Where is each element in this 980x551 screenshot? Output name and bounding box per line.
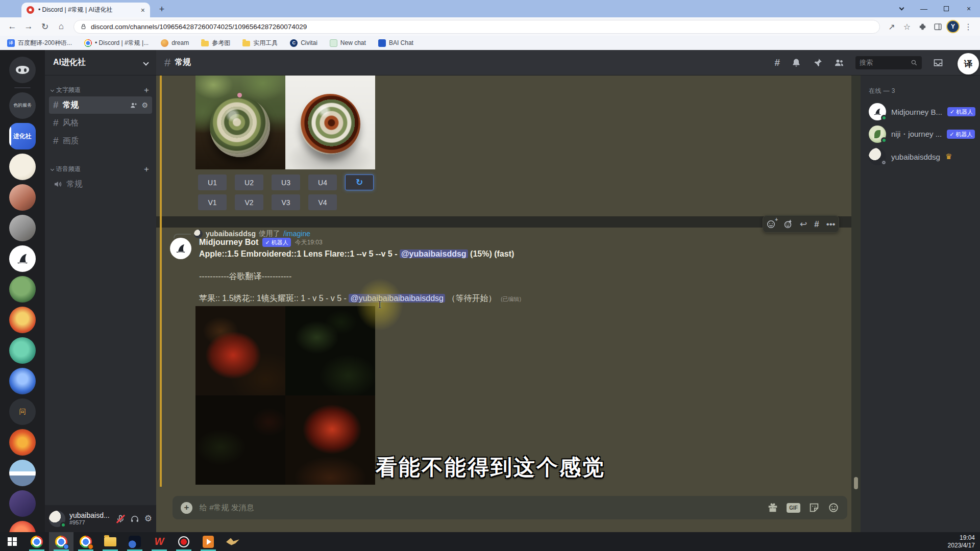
bookmark-newchat[interactable]: New chat xyxy=(330,39,366,47)
midjourney-bot-avatar[interactable] xyxy=(170,238,191,259)
browser-profile-avatar[interactable]: Y xyxy=(946,20,960,33)
member-row-midjourney[interactable]: Midjourney B... ✓机器人 xyxy=(869,101,976,123)
category-voice-channels[interactable]: 语音频道 + xyxy=(48,165,152,173)
search-input[interactable]: 搜索 xyxy=(855,56,922,69)
author-name[interactable]: Midjourney Bot xyxy=(199,238,258,247)
bookmark-baidu-translate[interactable]: 译百度翻译-200种语... xyxy=(7,39,72,47)
v4-button[interactable]: V4 xyxy=(308,194,337,210)
u2-button[interactable]: U2 xyxy=(235,174,263,190)
bookmark-folder-tools[interactable]: 实用工具 xyxy=(242,39,278,47)
server-icon[interactable] xyxy=(9,368,36,394)
extensions-puzzle-icon[interactable] xyxy=(916,20,929,33)
channel-changgui[interactable]: # 常规 ⚙ xyxy=(49,96,152,114)
tab-search-chevron-icon[interactable] xyxy=(890,0,913,17)
translate-extension-button[interactable]: 译 xyxy=(958,53,979,74)
inbox-icon[interactable] xyxy=(933,58,943,68)
threads-icon[interactable]: # xyxy=(774,57,780,68)
channel-fengge[interactable]: # 风格 xyxy=(49,114,152,132)
new-tab-button[interactable]: + xyxy=(155,3,168,16)
server-icon[interactable] xyxy=(9,215,36,241)
gift-icon[interactable] xyxy=(767,502,778,513)
u4-button[interactable]: U4 xyxy=(308,174,337,190)
reroll-button[interactable]: ↻ xyxy=(345,174,374,190)
add-reaction-icon[interactable]: + xyxy=(766,219,776,229)
generated-image-marble-on-white[interactable] xyxy=(285,76,375,169)
tab-close-icon[interactable]: × xyxy=(141,7,145,14)
server-icon-midjourney[interactable] xyxy=(9,245,36,272)
address-bar[interactable]: discord.com/channels/1096564287260074025… xyxy=(74,20,880,34)
mic-muted-button[interactable] xyxy=(116,514,125,523)
taskbar-clock[interactable]: 19:04 2023/4/17 xyxy=(948,534,980,549)
browser-tab[interactable]: • Discord | #常规 | AI进化社 × xyxy=(21,3,150,17)
v1-button[interactable]: V1 xyxy=(198,194,227,210)
browser-menu-kebab-icon[interactable]: ⋮ xyxy=(962,20,975,33)
forward-icon[interactable]: → xyxy=(21,19,36,34)
server-icon[interactable] xyxy=(9,429,36,456)
taskbar-chrome[interactable] xyxy=(24,532,49,551)
taskbar-file-explorer[interactable] xyxy=(98,532,122,551)
bookmark-baichat[interactable]: BAI Chat xyxy=(378,39,413,47)
voice-channel-changgui[interactable]: 常规 xyxy=(49,176,152,193)
taskbar-media-app[interactable] xyxy=(196,532,220,551)
chat-scrollbar-track[interactable] xyxy=(851,76,861,532)
server-icon[interactable] xyxy=(9,154,36,180)
invite-person-add-icon[interactable] xyxy=(130,102,137,109)
notifications-bell-icon[interactable] xyxy=(791,58,801,68)
v2-button[interactable]: V2 xyxy=(235,194,263,210)
reply-context[interactable]: yubaibaisddsg使用了/imagine xyxy=(174,229,310,238)
taskbar-screen-recorder[interactable] xyxy=(172,532,196,551)
upscaled-image-pair[interactable] xyxy=(195,76,375,169)
server-icon-active[interactable]: 进化社 xyxy=(9,123,36,149)
window-maximize-button[interactable] xyxy=(935,0,958,17)
scrollbar-thumb[interactable] xyxy=(854,477,858,489)
bookmark-civitai[interactable]: CCivitai xyxy=(290,39,317,47)
server-header[interactable]: AI进化社 xyxy=(45,50,156,76)
mention-chip[interactable]: @yubaibaisddsg xyxy=(400,249,468,258)
server-icon[interactable] xyxy=(9,521,36,532)
server-icon[interactable]: 问 xyxy=(9,398,36,425)
pinned-messages-icon[interactable] xyxy=(813,58,823,68)
member-row-niji[interactable]: niji・journey ... ✓机器人 xyxy=(869,123,976,145)
reload-icon[interactable]: ↻ xyxy=(38,19,52,34)
member-list-icon[interactable] xyxy=(834,58,844,68)
home-icon[interactable]: ⌂ xyxy=(54,19,68,34)
add-channel-icon[interactable]: + xyxy=(144,86,149,94)
server-icon[interactable] xyxy=(9,460,36,486)
emoji-picker-icon[interactable] xyxy=(828,502,839,513)
side-panel-icon[interactable] xyxy=(931,20,944,33)
window-close-button[interactable]: × xyxy=(958,0,980,17)
server-icon[interactable]: 色的服务 xyxy=(9,92,36,119)
bookmark-dream[interactable]: dream xyxy=(161,39,189,47)
sticker-icon[interactable] xyxy=(808,502,820,513)
add-channel-icon[interactable]: + xyxy=(144,165,149,173)
taskbar-wps[interactable]: W xyxy=(147,532,172,551)
generated-image-marble-on-wood[interactable] xyxy=(195,76,285,169)
gif-picker-icon[interactable]: GIF xyxy=(787,503,800,513)
channel-huazhi[interactable]: # 画质 xyxy=(49,132,152,149)
more-options-icon[interactable]: ••• xyxy=(826,220,836,229)
server-icon[interactable] xyxy=(9,276,36,303)
super-reaction-icon[interactable] xyxy=(783,219,793,229)
share-icon[interactable]: ↗ xyxy=(885,20,898,33)
server-icon[interactable] xyxy=(9,307,36,333)
bookmark-discord[interactable]: • Discord | #常规 |... xyxy=(84,39,149,47)
u1-button[interactable]: U1 xyxy=(198,174,227,190)
server-icon[interactable] xyxy=(9,490,36,517)
attach-plus-icon[interactable]: + xyxy=(181,502,192,514)
imagine-command-link[interactable]: /imagine xyxy=(283,230,310,238)
window-minimize-button[interactable]: — xyxy=(913,0,935,17)
taskbar-bird-app[interactable] xyxy=(220,532,245,551)
bookmark-folder-reference[interactable]: 参考图 xyxy=(201,39,230,47)
taskbar-dark-app[interactable] xyxy=(122,532,147,551)
taskbar-chrome-profile2[interactable] xyxy=(74,532,98,551)
start-button[interactable] xyxy=(0,532,24,551)
back-icon[interactable]: ← xyxy=(5,19,19,34)
message-input-bar[interactable]: + 给 #常规 发消息 GIF xyxy=(173,496,847,519)
settings-gear-icon[interactable]: ⚙ xyxy=(144,513,152,524)
bookmark-star-icon[interactable]: ☆ xyxy=(900,20,914,33)
server-icon[interactable] xyxy=(9,337,36,364)
reply-icon[interactable]: ↩ xyxy=(800,220,807,229)
discord-home-button[interactable] xyxy=(9,57,36,83)
channel-settings-gear-icon[interactable]: ⚙ xyxy=(141,101,148,109)
headphones-icon[interactable] xyxy=(130,514,139,523)
